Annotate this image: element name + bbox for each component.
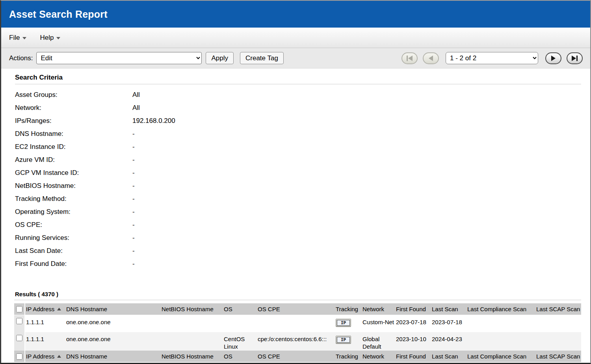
select-all-checkbox[interactable] — [16, 306, 22, 312]
criteria-label: GCP VM Instance ID: — [15, 169, 132, 177]
criteria-label: Last Scan Date: — [15, 247, 132, 255]
tracking-method-badge: IP — [336, 336, 351, 344]
next-page-button[interactable] — [545, 52, 561, 64]
criteria-label: IPs/Ranges: — [15, 117, 132, 125]
column-header-last-scap-scan[interactable]: Last SCAP Scan — [535, 351, 581, 362]
column-header-last-compliance-scan[interactable]: Last Compliance Scan — [466, 351, 535, 362]
column-header-first-found[interactable]: First Found — [395, 351, 431, 362]
criteria-value: All — [132, 91, 579, 99]
column-header-tracking[interactable]: Tracking — [335, 303, 362, 315]
criteria-value: - — [132, 234, 579, 242]
criteria-label: Running Services: — [15, 234, 132, 242]
results-section: Results ( 4370 ) IP Address DNS Hostname… — [1, 291, 590, 362]
column-header-network[interactable]: Network — [362, 303, 395, 315]
column-header-os-cpe[interactable]: OS CPE — [257, 303, 335, 315]
criteria-label: Asset Groups: — [15, 91, 132, 99]
select-all-cell — [14, 351, 25, 362]
select-all-checkbox[interactable] — [16, 353, 22, 360]
row-checkbox[interactable] — [16, 318, 22, 324]
cell-last-scap-scan — [535, 332, 581, 351]
menu-file[interactable]: File — [9, 34, 26, 42]
row-select-cell — [14, 332, 25, 351]
cell-last-scan: 2024-04-23 — [431, 332, 466, 351]
criteria-row: GCP VM Instance ID: - — [15, 166, 579, 179]
criteria-value: - — [132, 130, 579, 138]
chevron-down-icon — [56, 37, 60, 39]
first-page-icon — [407, 56, 408, 61]
column-header-ip-address[interactable]: IP Address — [25, 303, 65, 315]
column-header-netbios-hostname[interactable]: NetBIOS Hostname — [161, 351, 223, 362]
menu-bar: File Help — [1, 28, 590, 48]
column-header-ip-address[interactable]: IP Address — [25, 351, 65, 362]
results-heading: Results ( 4370 ) — [14, 291, 590, 297]
last-page-button[interactable] — [567, 52, 583, 64]
first-page-button — [401, 52, 418, 64]
table-row: 1.1.1.1 one.one.one.one IP Custom-Net 20… — [14, 315, 581, 332]
criteria-label: Tracking Method: — [15, 195, 132, 203]
menu-help-label: Help — [40, 34, 54, 42]
actions-group: Actions: Edit Apply Create Tag — [9, 52, 284, 64]
column-header-netbios-hostname[interactable]: NetBIOS Hostname — [161, 303, 223, 315]
sort-asc-icon — [57, 308, 61, 310]
cell-os-cpe: cpe:/o:centos:centos:6.6::: — [257, 332, 335, 351]
menu-help[interactable]: Help — [40, 34, 60, 42]
menu-file-label: File — [9, 34, 20, 42]
criteria-row: Last Scan Date: - — [15, 244, 579, 257]
page-title: Asset Search Report — [9, 9, 108, 20]
criteria-label: OS CPE: — [15, 221, 132, 229]
column-header-os-cpe[interactable]: OS CPE — [257, 351, 335, 362]
column-header-dns-hostname[interactable]: DNS Hostname — [65, 303, 161, 315]
search-criteria-heading: Search Criteria — [15, 74, 579, 82]
cell-ip-address: 1.1.1.1 — [25, 315, 65, 332]
cell-os-cpe — [257, 315, 335, 332]
criteria-label: DNS Hostname: — [15, 130, 132, 138]
criteria-row: OS CPE: - — [15, 218, 579, 231]
column-header-last-scan[interactable]: Last Scan — [431, 351, 466, 362]
page-range-select[interactable]: 1 - 2 of 2 — [446, 52, 538, 64]
actions-label: Actions: — [9, 54, 33, 62]
cell-ip-address: 1.1.1.1 — [25, 332, 65, 351]
table-footer-header-row: IP Address DNS Hostname NetBIOS Hostname… — [14, 351, 581, 362]
criteria-row: Asset Groups: All — [15, 88, 579, 101]
criteria-label: Operating System: — [15, 208, 132, 216]
criteria-label: Network: — [15, 104, 132, 112]
row-checkbox[interactable] — [16, 335, 22, 341]
last-page-icon — [572, 56, 576, 61]
table-body: 1.1.1.1 one.one.one.one IP Custom-Net 20… — [14, 315, 581, 351]
criteria-label: Azure VM ID: — [15, 156, 132, 164]
column-header-network[interactable]: Network — [362, 351, 395, 362]
column-header-dns-hostname[interactable]: DNS Hostname — [65, 351, 161, 362]
cell-last-compliance-scan — [466, 332, 535, 351]
pagination-controls: 1 - 2 of 2 — [401, 52, 583, 64]
actions-select[interactable]: Edit — [36, 52, 202, 64]
column-header-os[interactable]: OS — [223, 303, 257, 315]
criteria-value: - — [132, 221, 579, 229]
cell-os: CentOS Linux — [223, 332, 257, 351]
tracking-method-label: IP — [337, 337, 350, 343]
results-table: IP Address DNS Hostname NetBIOS Hostname… — [14, 303, 581, 362]
column-header-last-scan[interactable]: Last Scan — [431, 303, 466, 315]
search-criteria-list: Asset Groups: All Network: All IPs/Range… — [15, 88, 579, 270]
column-header-last-compliance-scan[interactable]: Last Compliance Scan — [466, 303, 535, 315]
criteria-row: Tracking Method: - — [15, 192, 579, 205]
column-header-first-found[interactable]: First Found — [395, 303, 431, 315]
row-select-cell — [14, 315, 25, 332]
cell-network: Global Default — [362, 332, 395, 351]
column-header-last-scap-scan[interactable]: Last SCAP Scan — [535, 303, 581, 315]
table-header-row: IP Address DNS Hostname NetBIOS Hostname… — [14, 303, 581, 315]
column-header-tracking[interactable]: Tracking — [335, 351, 362, 362]
criteria-row: Network: All — [15, 101, 579, 114]
apply-button[interactable]: Apply — [206, 52, 234, 64]
column-header-os[interactable]: OS — [223, 351, 257, 362]
cell-network: Custom-Net — [362, 315, 395, 332]
criteria-value: - — [132, 182, 579, 190]
sort-asc-icon — [57, 355, 61, 358]
criteria-row: First Found Date: - — [15, 257, 579, 270]
cell-os — [223, 315, 257, 332]
criteria-row: Running Services: - — [15, 231, 579, 244]
criteria-value: - — [132, 169, 579, 177]
tracking-method-badge: IP — [336, 319, 351, 327]
criteria-row: IPs/Ranges: 192.168.0.200 — [15, 114, 579, 127]
cell-dns-hostname: one.one.one.one — [65, 332, 161, 351]
create-tag-button[interactable]: Create Tag — [240, 52, 284, 64]
